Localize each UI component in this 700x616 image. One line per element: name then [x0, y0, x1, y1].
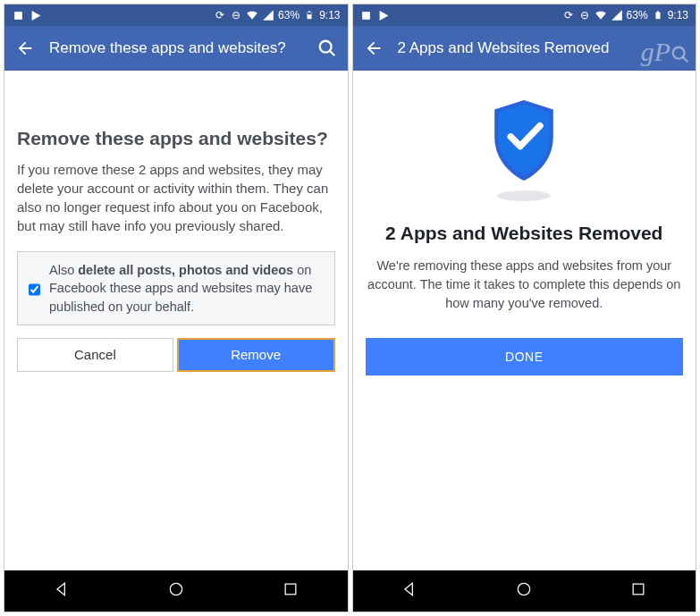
svg-rect-11 [656, 11, 659, 12]
app-notification-icon-2 [30, 9, 42, 21]
battery-icon [652, 9, 664, 21]
shield-shadow [497, 190, 551, 201]
cell-signal-icon [262, 9, 274, 21]
shield-graphic [353, 71, 696, 201]
svg-rect-10 [655, 13, 660, 20]
appbar-title: 2 Apps and Websites Removed [398, 39, 686, 57]
clock: 9:13 [319, 9, 340, 21]
warning-text: If you remove these 2 apps and websites,… [17, 160, 335, 235]
content-area: Remove these apps and websites? If you r… [4, 71, 348, 570]
phone-screen-2: ⟳ ⊖ 63% 9:13 2 Apps and Websites Removed… [352, 4, 697, 612]
wifi-icon [246, 9, 258, 21]
svg-rect-0 [14, 12, 22, 20]
cell-signal-icon [611, 9, 623, 21]
delete-posts-checkbox-row[interactable]: Also delete all posts, photos and videos… [17, 251, 335, 325]
app-notification-icon-1 [360, 9, 373, 21]
clock: 9:13 [668, 9, 688, 21]
sync-icon: ⟳ [214, 9, 226, 21]
nav-back-icon[interactable] [401, 580, 418, 602]
battery-percent: 63% [627, 9, 648, 21]
appbar-title: Remove these apps and websites? [49, 39, 303, 57]
svg-point-5 [319, 41, 331, 53]
app-notification-icon-2 [378, 9, 391, 21]
status-bar: ⟳ ⊖ 63% 9:13 [353, 4, 696, 26]
nav-recents-icon[interactable] [282, 580, 299, 602]
app-bar: 2 Apps and Websites Removed [353, 26, 696, 71]
android-nav-bar [353, 570, 696, 612]
do-not-disturb-icon: ⊖ [230, 9, 242, 21]
android-nav-bar [4, 570, 348, 612]
app-bar: Remove these apps and websites? [4, 26, 348, 71]
sync-icon: ⟳ [562, 9, 575, 21]
wifi-icon [595, 9, 607, 21]
button-row: Cancel Remove [17, 338, 335, 372]
status-bar: ⟳ ⊖ 63% 9:13 [4, 4, 348, 26]
svg-point-14 [519, 583, 530, 595]
app-notification-icon-1 [12, 9, 24, 21]
svg-rect-8 [285, 584, 296, 595]
cancel-button[interactable]: Cancel [17, 338, 173, 372]
search-icon[interactable] [317, 38, 337, 58]
delete-posts-checkbox[interactable] [29, 264, 40, 316]
do-not-disturb-icon: ⊖ [578, 9, 591, 21]
done-button[interactable]: DONE [366, 338, 684, 376]
remove-button[interactable]: Remove [177, 338, 335, 372]
page-heading: Remove these apps and websites? [17, 128, 335, 149]
svg-rect-3 [308, 14, 311, 19]
shield-check-icon [487, 96, 561, 185]
battery-icon [303, 9, 316, 21]
svg-rect-9 [362, 12, 370, 20]
svg-rect-15 [633, 584, 644, 595]
success-body: We're removing these apps and websites f… [353, 257, 696, 313]
svg-point-7 [170, 583, 181, 595]
svg-rect-2 [308, 11, 311, 12]
nav-recents-icon[interactable] [629, 580, 647, 602]
back-arrow-icon[interactable] [364, 38, 384, 58]
phone-screen-1: ⟳ ⊖ 63% 9:13 Remove these apps and websi… [4, 4, 349, 612]
success-heading: 2 Apps and Websites Removed [353, 223, 696, 244]
back-arrow-icon[interactable] [15, 38, 35, 58]
svg-rect-4 [308, 13, 311, 14]
battery-percent: 63% [278, 9, 299, 21]
nav-home-icon[interactable] [515, 580, 533, 602]
content-area: 2 Apps and Websites Removed We're removi… [353, 71, 696, 570]
svg-line-6 [329, 51, 334, 56]
nav-back-icon[interactable] [53, 580, 71, 602]
checkbox-label: Also delete all posts, photos and videos… [49, 261, 324, 316]
nav-home-icon[interactable] [167, 580, 185, 602]
